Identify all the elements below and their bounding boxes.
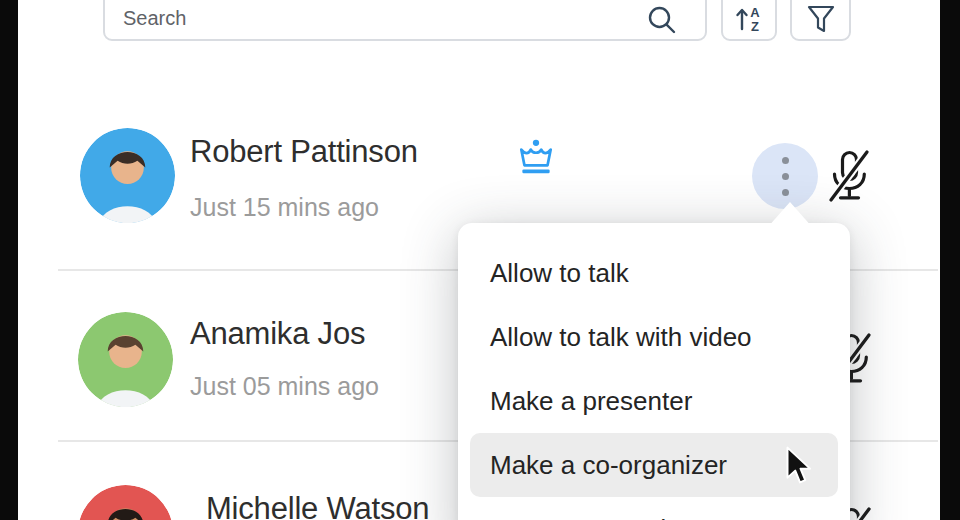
mouse-cursor (785, 446, 815, 488)
filter-icon (806, 3, 836, 35)
menu-item-remove-attendee[interactable]: Remove attendee (470, 497, 838, 520)
participant-options-button[interactable] (752, 143, 818, 209)
search-input[interactable] (121, 0, 595, 37)
participant-name: Anamika Jos (190, 316, 365, 352)
svg-text:A: A (750, 5, 760, 20)
letterbox-left (0, 0, 18, 520)
svg-text:Z: Z (751, 19, 759, 34)
filter-button[interactable] (790, 0, 851, 41)
sort-az-button[interactable]: A Z (721, 0, 777, 41)
avatar (78, 312, 173, 407)
avatar (78, 485, 173, 520)
letterbox-right (940, 0, 960, 520)
search-icon (645, 3, 679, 37)
avatar (80, 128, 175, 223)
muted-mic-icon (824, 147, 874, 205)
menu-item-allow-to-talk[interactable]: Allow to talk (470, 241, 838, 305)
participant-name: Robert Pattinson (190, 134, 418, 170)
participant-joined-time: Just 05 mins ago (190, 372, 379, 401)
search-box[interactable] (103, 0, 707, 41)
more-options-icon (782, 157, 789, 164)
menu-item-make-a-co-organizer[interactable]: Make a co-organizer (470, 433, 838, 497)
participants-panel: A Z Robert Pattinson Just 15 mins ago (0, 0, 960, 520)
participant-joined-time: Just 15 mins ago (190, 193, 379, 222)
menu-item-allow-to-talk-with-video[interactable]: Allow to talk with video (470, 305, 838, 369)
sort-az-icon: A Z (732, 2, 766, 36)
participant-name: Michelle Watson (206, 491, 429, 520)
organizer-crown-icon (515, 137, 557, 179)
menu-item-make-a-presenter[interactable]: Make a presenter (470, 369, 838, 433)
